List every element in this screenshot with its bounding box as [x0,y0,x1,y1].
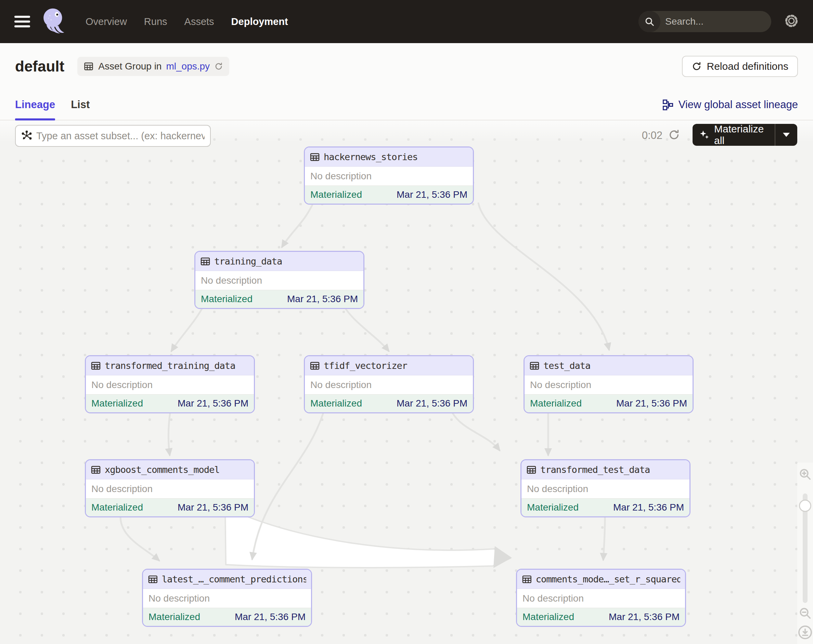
asset-node-transformed-test-data[interactable]: transformed_test_data No description Mat… [520,459,690,517]
sparkles-icon [699,129,709,141]
asset-name: xgboost_comments_model [105,465,220,475]
dagster-app: Overview Runs Assets Deployment / defaul… [0,0,813,644]
table-icon [148,574,158,584]
table-icon [310,152,320,162]
table-icon [529,361,540,371]
view-global-asset-lineage-label: View global asset lineage [678,98,798,111]
asset-name: hackernews_stories [324,152,418,162]
asset-graph-filter-icon [21,130,32,141]
materialization-timestamp[interactable]: Mar 21, 5:36 PM [235,612,305,623]
asset-node-hackernews-stories[interactable]: hackernews_stories No description Materi… [304,146,474,205]
asset-node-latest-comment-predictions[interactable]: latest_…_comment_predictions No descript… [142,569,312,627]
status-label: Materialized [91,502,143,513]
materialize-all-label: Materialize all [714,123,768,146]
status-label: Materialized [530,398,582,409]
materialization-timestamp[interactable]: Mar 21, 5:36 PM [616,398,687,409]
asset-description: No description [195,271,364,290]
tab-lineage[interactable]: Lineage [15,90,55,120]
table-icon [310,361,320,371]
nav-item-deployment[interactable]: Deployment [231,16,288,28]
status-label: Materialized [201,294,253,305]
refresh-icon[interactable] [668,129,680,143]
zoom-out-icon[interactable] [798,606,812,621]
edge [345,308,389,351]
asset-node-test-data[interactable]: test_data No description Materialized Ma… [523,355,693,413]
materialization-timestamp[interactable]: Mar 21, 5:36 PM [397,189,468,200]
asset-group-badge: Asset Group in ml_ops.py [77,57,229,76]
table-icon [200,256,210,267]
asset-name: transformed_training_data [105,360,235,371]
materialization-timestamp[interactable]: Mar 21, 5:36 PM [178,502,249,513]
asset-description: No description [86,479,254,498]
main-nav: Overview Runs Assets Deployment [86,16,288,28]
edge [282,203,313,247]
search-icon [638,11,660,32]
refresh-icon[interactable] [214,62,223,71]
asset-name: tfidf_vectorizer [324,360,407,371]
materialization-timestamp[interactable]: Mar 21, 5:36 PM [609,612,680,623]
zoom-slider-handle[interactable] [799,500,811,512]
asset-node-transformed-training-data[interactable]: transformed_training_data No description… [85,355,255,413]
asset-group-file-link[interactable]: ml_ops.py [166,61,210,72]
view-global-asset-lineage-link[interactable]: View global asset lineage [662,98,798,111]
nav-item-runs[interactable]: Runs [144,16,167,28]
table-icon [91,361,101,371]
menu-icon[interactable] [14,16,30,28]
asset-node-training-data[interactable]: training_data No description Materialize… [194,251,364,309]
edge [120,517,159,561]
lineage-canvas[interactable]: 0:02 Materialize all [0,120,813,644]
status-label: Materialized [149,612,200,623]
status-label: Materialized [310,189,362,200]
asset-subset-input[interactable] [36,130,205,142]
search-input[interactable] [660,16,771,27]
asset-description: No description [525,376,693,394]
zoom-in-icon[interactable] [798,468,812,483]
asset-filter-box[interactable] [15,125,211,147]
tabs-row: Lineage List View global asset lineage [0,90,813,120]
reload-definitions-label: Reload definitions [707,61,789,72]
asset-node-comments-model-test-set-r-squared[interactable]: comments_mode…_set_r_squared No descript… [516,569,686,627]
edge-ribbon-arrowhead [493,546,512,568]
global-search[interactable]: / [638,11,771,32]
edge [252,412,324,559]
materialization-timestamp[interactable]: Mar 21, 5:36 PM [613,502,684,513]
refresh-timer: 0:02 [635,129,663,142]
reload-definitions-button[interactable]: Reload definitions [682,56,798,77]
refresh-icon [692,61,702,72]
status-label: Materialized [527,502,578,513]
materialize-all-button[interactable]: Materialize all [693,124,797,146]
asset-name: latest_…_comment_predictions [162,574,306,584]
page-header: default Asset Group in ml_ops.py Reload … [0,43,813,90]
asset-name: comments_mode…_set_r_squared [536,574,680,584]
asset-name: training_data [214,256,282,267]
asset-node-xgboost-comments-model[interactable]: xgboost_comments_model No description Ma… [85,459,255,517]
materialize-dropdown-toggle[interactable] [775,133,797,137]
nav-item-assets[interactable]: Assets [184,16,214,28]
asset-description: No description [305,167,473,186]
edge [172,308,202,351]
dagster-logo[interactable] [40,7,68,36]
lineage-graph-icon [662,99,674,110]
asset-description: No description [305,376,473,394]
edge [479,203,609,350]
asset-name: test_data [543,360,590,371]
status-label: Materialized [523,612,574,623]
asset-node-tfidf-vectorizer[interactable]: tfidf_vectorizer No description Material… [304,355,474,413]
status-label: Materialized [310,398,362,409]
tab-list[interactable]: List [71,90,90,120]
materialization-timestamp[interactable]: Mar 21, 5:36 PM [178,398,249,409]
table-icon [91,465,101,475]
edge [168,412,170,455]
asset-name: transformed_test_data [540,465,650,475]
materialization-timestamp[interactable]: Mar 21, 5:36 PM [397,398,468,409]
download-icon[interactable] [798,625,813,641]
settings-gear-icon[interactable] [784,14,799,29]
top-nav-bar: Overview Runs Assets Deployment / [0,0,813,43]
edge [603,517,605,560]
chevron-down-icon [783,133,790,137]
nav-item-overview[interactable]: Overview [86,16,127,28]
zoom-controls [797,463,813,644]
asset-group-label: Asset Group in [98,61,161,72]
page-title: default [15,58,64,75]
materialization-timestamp[interactable]: Mar 21, 5:36 PM [287,294,358,305]
